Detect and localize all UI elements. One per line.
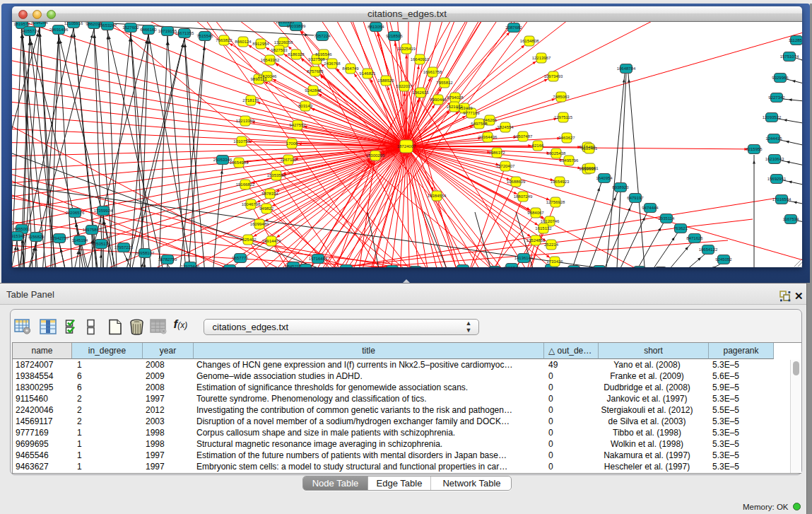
svg-text:15495796: 15495796 (560, 158, 579, 163)
svg-text:16543362: 16543362 (261, 58, 280, 62)
svg-text:1588520: 1588520 (377, 78, 394, 83)
svg-text:9427552: 9427552 (289, 123, 306, 127)
svg-text:1615132: 1615132 (535, 226, 552, 230)
svg-text:1463521: 1463521 (543, 267, 560, 267)
svg-text:12942757: 12942757 (50, 236, 69, 240)
svg-text:20206576: 20206576 (66, 211, 85, 215)
svg-text:7453419: 7453419 (456, 106, 473, 110)
svg-text:252214: 252214 (544, 243, 559, 247)
svg-text:9115461: 9115461 (582, 146, 599, 151)
svg-text:13524851: 13524851 (526, 238, 546, 243)
svg-text:8471626: 8471626 (686, 236, 703, 240)
svg-text:9146821: 9146821 (359, 71, 376, 76)
svg-text:18300295: 18300295 (366, 153, 385, 158)
svg-text:763621: 763621 (673, 226, 688, 230)
svg-text:12093522: 12093522 (763, 115, 782, 119)
svg-text:2087682: 2087682 (505, 25, 522, 30)
svg-text:16154808: 16154808 (520, 39, 539, 43)
svg-text:12213369: 12213369 (236, 119, 255, 123)
svg-text:15692951: 15692951 (767, 177, 787, 181)
svg-text:16640910: 16640910 (411, 57, 430, 62)
svg-text:8813054: 8813054 (367, 25, 384, 29)
svg-text:6479197: 6479197 (627, 196, 644, 200)
svg-text:19654923: 19654923 (551, 180, 570, 184)
svg-text:6466160: 6466160 (140, 28, 157, 32)
svg-text:746266: 746266 (483, 118, 498, 122)
svg-text:8660124: 8660124 (235, 40, 252, 44)
svg-text:7357224: 7357224 (314, 34, 331, 38)
svg-text:8455001: 8455001 (13, 227, 30, 231)
svg-text:2718176: 2718176 (242, 98, 259, 103)
svg-text:1527602: 1527602 (122, 25, 139, 30)
svg-text:8186328: 8186328 (288, 52, 305, 57)
svg-text:15716485: 15716485 (309, 257, 328, 261)
svg-text:16914479: 16914479 (262, 239, 281, 243)
svg-text:7625402: 7625402 (240, 238, 257, 242)
svg-text:8912954: 8912954 (252, 42, 269, 46)
svg-text:13226058: 13226058 (274, 40, 293, 45)
svg-text:16099489: 16099489 (250, 222, 269, 226)
svg-text:3267110: 3267110 (281, 158, 298, 162)
svg-text:9890113: 9890113 (251, 77, 268, 81)
svg-text:9684067: 9684067 (527, 211, 544, 215)
svg-text:949822: 949822 (259, 206, 274, 211)
svg-text:1156829: 1156829 (28, 235, 45, 239)
svg-text:8215955: 8215955 (746, 147, 763, 151)
svg-text:1244415: 1244415 (765, 136, 782, 141)
svg-text:10025438: 10025438 (547, 151, 566, 156)
svg-text:17016504: 17016504 (772, 197, 792, 201)
svg-text:15720407: 15720407 (496, 164, 515, 168)
svg-text:20364436: 20364436 (478, 135, 498, 139)
svg-text:12975115: 12975115 (554, 115, 573, 119)
svg-text:15353594: 15353594 (267, 173, 286, 177)
svg-text:10046798: 10046798 (242, 202, 261, 206)
svg-text:2935114: 2935114 (659, 216, 676, 221)
svg-text:7515546: 7515546 (196, 34, 213, 38)
svg-text:10653267: 10653267 (98, 23, 117, 28)
svg-text:9218506: 9218506 (386, 34, 403, 38)
svg-text:803143: 803143 (298, 104, 313, 108)
svg-text:16210643: 16210643 (765, 157, 784, 161)
svg-text:12923446: 12923446 (181, 264, 200, 267)
svg-text:8990448: 8990448 (430, 98, 447, 102)
svg-text:8938923: 8938923 (612, 185, 629, 189)
svg-text:5878334: 5878334 (261, 192, 278, 196)
svg-text:14136141: 14136141 (514, 256, 534, 260)
svg-text:10654122: 10654122 (699, 247, 718, 252)
svg-text:12756928: 12756928 (546, 200, 565, 204)
svg-text:9474444: 9474444 (642, 206, 659, 210)
svg-text:10033809: 10033809 (287, 24, 306, 28)
svg-text:8454749: 8454749 (342, 66, 359, 71)
svg-text:5322037: 5322037 (396, 84, 413, 88)
svg-text:17359924: 17359924 (94, 209, 113, 213)
svg-text:16961758: 16961758 (423, 70, 442, 74)
svg-text:7955812: 7955812 (436, 81, 453, 85)
svg-text:19384554: 19384554 (428, 194, 447, 198)
svg-text:12213967: 12213967 (532, 56, 551, 60)
svg-text:8195546: 8195546 (315, 52, 332, 57)
svg-text:9245052: 9245052 (715, 257, 732, 262)
svg-text:15751074: 15751074 (780, 54, 799, 59)
svg-text:10958107: 10958107 (136, 251, 155, 255)
svg-text:16671355: 16671355 (175, 31, 194, 35)
svg-text:7663822: 7663822 (216, 38, 233, 42)
svg-text:1819572: 1819572 (13, 22, 30, 26)
svg-text:62166: 62166 (532, 144, 544, 148)
svg-text:12505135: 12505135 (92, 242, 111, 246)
svg-text:7986372: 7986372 (488, 151, 505, 155)
svg-text:8757685: 8757685 (307, 69, 324, 74)
svg-text:1145194: 1145194 (72, 238, 89, 243)
svg-text:9227342: 9227342 (768, 95, 785, 100)
svg-text:1092344: 1092344 (503, 266, 520, 267)
svg-text:14055724: 14055724 (20, 29, 40, 33)
svg-text:9657771: 9657771 (232, 256, 249, 260)
svg-text:3824554: 3824554 (497, 125, 514, 129)
svg-text:10507487: 10507487 (514, 134, 533, 139)
svg-text:9242848: 9242848 (305, 88, 322, 93)
svg-text:9327508: 9327508 (308, 57, 325, 62)
svg-text:10975867: 10975867 (83, 228, 102, 232)
svg-text:6794028: 6794028 (447, 95, 464, 100)
svg-text:19166822: 19166822 (236, 182, 255, 187)
svg-text:9845212: 9845212 (285, 264, 302, 267)
svg-text:12105916: 12105916 (64, 22, 83, 25)
